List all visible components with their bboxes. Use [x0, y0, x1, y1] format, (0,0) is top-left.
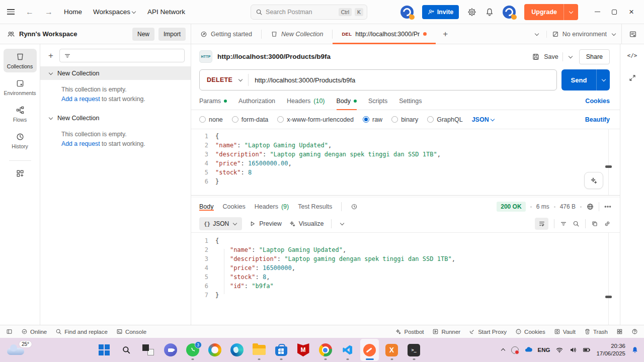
postbot-statusbar-button[interactable]: Postbot — [395, 328, 424, 335]
preview-button[interactable]: Preview — [249, 220, 281, 227]
taskbar-vscode-button[interactable] — [338, 339, 357, 361]
nav-workspaces[interactable]: Workspaces — [93, 8, 136, 16]
expand-panes-icon[interactable] — [628, 74, 636, 82]
taskbar-whatsapp-button[interactable]: 3 — [183, 339, 202, 361]
scrollbar-thumb[interactable] — [605, 165, 612, 168]
taskbar-teams-button[interactable] — [161, 339, 180, 361]
environment-selector[interactable]: No environment — [546, 31, 621, 38]
taskbar-edge-button[interactable] — [227, 339, 246, 361]
beautify-link[interactable]: Beautify — [585, 116, 610, 123]
tab-body[interactable]: Body — [337, 93, 357, 110]
save-options-chevron-icon[interactable] — [568, 54, 572, 58]
tab-request-active[interactable]: DEL http://localhost:3000/Pr — [333, 24, 436, 44]
weather-widget[interactable]: 25° — [6, 341, 36, 359]
new-button[interactable]: New — [132, 28, 154, 41]
configure-sidebar-icon[interactable] — [16, 169, 25, 178]
search-input[interactable] — [266, 9, 336, 16]
radio-checked-icon[interactable] — [363, 116, 369, 123]
filter-input[interactable] — [74, 52, 180, 59]
notifications-bell-icon[interactable] — [631, 346, 639, 354]
volume-icon[interactable] — [569, 346, 577, 354]
visualize-button[interactable]: Visualize — [289, 220, 324, 227]
minimize-button[interactable] — [589, 4, 606, 20]
new-tab-button[interactable]: + — [436, 24, 455, 44]
wifi-icon[interactable] — [555, 346, 564, 354]
filter-icon[interactable] — [560, 220, 567, 227]
upgrade-button[interactable]: Upgrade — [524, 4, 578, 20]
global-search[interactable]: Ctrl K — [251, 5, 367, 20]
runner-button[interactable]: Runner — [432, 328, 460, 335]
response-tab-headers[interactable]: Headers(9) — [255, 203, 289, 210]
search-response-icon[interactable] — [573, 220, 580, 227]
vault-button[interactable]: Vault — [554, 328, 576, 335]
user-avatar[interactable] — [503, 6, 516, 19]
scrollbar-track[interactable] — [608, 233, 609, 325]
start-proxy-button[interactable]: Start Proxy — [469, 328, 507, 335]
taskbar-copilot-button[interactable] — [205, 339, 224, 361]
invite-button[interactable]: Invite — [422, 5, 459, 19]
trash-button[interactable]: Trash — [584, 328, 608, 335]
tab-scripts[interactable]: Scripts — [368, 93, 387, 110]
taskbar-task-view-button[interactable] — [139, 339, 157, 361]
battery-icon[interactable] — [583, 346, 591, 354]
response-format-select[interactable]: {} JSON — [199, 217, 242, 230]
globe-icon[interactable] — [586, 203, 594, 211]
cookies-link[interactable]: Cookies — [585, 98, 610, 105]
find-and-replace[interactable]: Find and replace — [55, 328, 108, 335]
radio-icon[interactable] — [199, 116, 206, 123]
tab-new-collection[interactable]: New Collection — [262, 24, 332, 44]
radio-icon[interactable] — [232, 116, 238, 123]
two-pane-icon[interactable] — [616, 328, 623, 335]
tray-record-icon[interactable] — [511, 346, 519, 354]
tab-headers[interactable]: Headers(10) — [287, 93, 325, 110]
maximize-button[interactable] — [606, 4, 623, 20]
help-icon[interactable] — [631, 328, 638, 335]
body-mode-binary[interactable]: binary — [391, 116, 418, 123]
response-tab-cookies[interactable]: Cookies — [223, 203, 246, 210]
status-badge[interactable]: 200 OK — [497, 202, 525, 212]
response-time[interactable]: 6 ms — [536, 203, 549, 210]
add-request-link[interactable]: Add a request — [61, 96, 100, 103]
environment-quick-look[interactable] — [621, 24, 644, 44]
sidebar-item-flows[interactable]: Flows — [4, 102, 37, 126]
taskbar-xampp-button[interactable]: X — [382, 339, 401, 361]
taskbar-mcafee-button[interactable]: M — [294, 339, 312, 361]
more-options-icon[interactable] — [604, 203, 612, 211]
tab-getting-started[interactable]: Getting started — [191, 24, 261, 44]
body-mode-none[interactable]: none — [199, 116, 223, 123]
taskbar-chrome-button[interactable] — [316, 339, 335, 361]
response-tab-test-results[interactable]: Test Results — [298, 203, 332, 210]
clock[interactable]: 20:36 17/06/2025 — [596, 342, 625, 357]
onedrive-icon[interactable] — [524, 346, 532, 354]
body-mode-form-data[interactable]: form-data — [232, 116, 269, 123]
taskbar-store-button[interactable] — [272, 339, 290, 361]
radio-icon[interactable] — [391, 116, 398, 123]
sidebar-item-history[interactable]: History — [4, 129, 37, 152]
settings-gear-icon[interactable] — [467, 8, 476, 17]
wrap-text-button[interactable] — [535, 218, 548, 230]
save-button[interactable]: Save — [544, 53, 558, 60]
forward-icon[interactable]: → — [45, 8, 53, 17]
body-mode-raw[interactable]: raw — [363, 116, 382, 123]
format-options-chevron-icon[interactable] — [340, 221, 344, 225]
response-history-icon[interactable] — [351, 203, 358, 210]
body-mode-urlencoded[interactable]: x-www-form-urlencoded — [277, 116, 354, 123]
cookies-button[interactable]: Cookies — [515, 328, 545, 335]
response-size[interactable]: 476 B — [560, 203, 576, 210]
send-options-chevron[interactable] — [596, 69, 610, 90]
online-status[interactable]: Online — [21, 328, 47, 335]
response-tab-body[interactable]: Body — [199, 203, 214, 210]
taskbar-file-explorer-button[interactable] — [250, 339, 268, 361]
import-button[interactable]: Import — [158, 28, 186, 41]
language-indicator[interactable]: ENG — [538, 347, 550, 353]
radio-icon[interactable] — [427, 116, 434, 123]
chevron-down-icon[interactable] — [569, 9, 573, 13]
share-button[interactable]: Share — [579, 49, 610, 64]
workspace-title[interactable]: Rynn's Workspace — [19, 30, 77, 38]
tray-expand-chevron-icon[interactable] — [501, 348, 505, 352]
request-body-editor[interactable]: 1{2"name": "Laptop Gaming Updated",3"des… — [191, 129, 620, 195]
console-button[interactable]: Console — [116, 328, 146, 335]
back-icon[interactable]: ← — [26, 8, 34, 17]
link-icon[interactable] — [604, 220, 611, 227]
sidebar-item-environments[interactable]: Environments — [4, 75, 37, 99]
